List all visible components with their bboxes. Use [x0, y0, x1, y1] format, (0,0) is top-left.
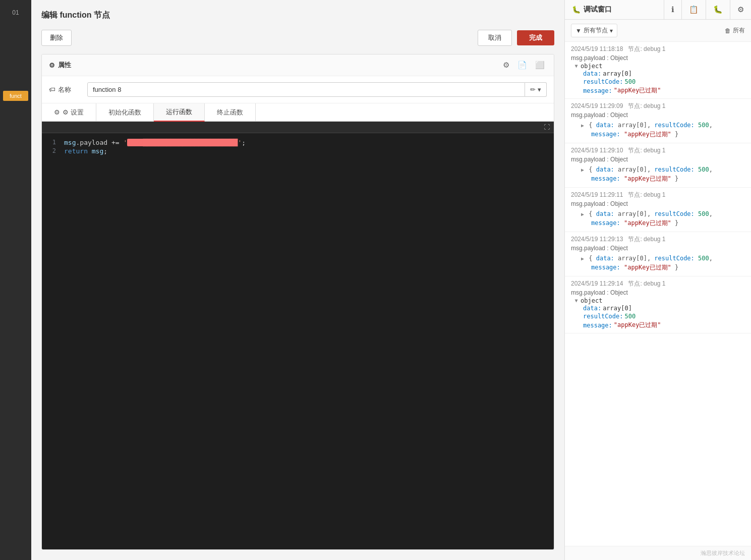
properties-section: ⚙ 属性 ⚙ 📄 ⬜ 🏷 名称 ✏	[41, 54, 554, 550]
debug-payload-3: msg.payload : Object	[571, 156, 745, 163]
debug-title: 🐛 调试窗口	[565, 0, 619, 19]
debug-entry-4: 2024/5/19 11:29:11 节点: debug 1 msg.paylo…	[565, 188, 751, 232]
tree-row-6-2: resultCode: 500	[575, 312, 745, 320]
editor-title: 编辑 function 节点	[41, 10, 110, 21]
debug-payload-1: msg.payload : Object	[571, 54, 745, 62]
code-editor-wrapper: ⛶ 1 msg.payload += '8796████████████████…	[42, 122, 554, 549]
bug-icon: 🐛	[572, 6, 581, 14]
expand-arrow-6: ▶	[574, 299, 580, 302]
editor-panel: 编辑 function 节点 删除 取消 完成 ⚙ 属性 ⚙ 📄 ⬜	[31, 0, 564, 560]
debug-entry-6: 2024/5/19 11:29:14 节点: debug 1 msg.paylo…	[565, 276, 751, 333]
debug-payload-6: msg.payload : Object	[571, 289, 745, 296]
tree-row-6-3: message: "appKey已过期"	[575, 320, 745, 330]
debug-active-icon-btn[interactable]: 🐛	[706, 0, 730, 19]
code-line-2: 2 return msg;	[42, 147, 554, 155]
expand-arrow-1: ▶	[574, 65, 580, 68]
info-icon-btn[interactable]: ℹ	[664, 0, 681, 19]
debug-timestamp-1: 2024/5/19 11:18:18 节点: debug 1	[571, 45, 745, 53]
properties-title: ⚙ 属性	[49, 61, 71, 70]
expand-arrow-5: ▶	[581, 256, 584, 261]
debug-entry-5: 2024/5/19 11:29:13 节点: debug 1 msg.paylo…	[565, 232, 751, 276]
debug-timestamp-5: 2024/5/19 11:29:13 节点: debug 1	[571, 235, 745, 244]
debug-collapsed-5[interactable]: ▶ { data: array[0], resultCode: 500, mes…	[571, 253, 745, 273]
debug-entry-3: 2024/5/19 11:29:10 节点: debug 1 msg.paylo…	[565, 143, 751, 188]
tree-expand-1[interactable]: ▶ object	[575, 63, 745, 70]
properties-header: ⚙ 属性 ⚙ 📄 ⬜	[42, 54, 554, 76]
debug-tree-1: ▶ object data: array[0] resultCode: 500 …	[571, 63, 745, 95]
debug-collapsed-4[interactable]: ▶ { data: array[0], resultCode: 500, mes…	[571, 208, 745, 229]
code-area[interactable]: 1 msg.payload += '8796██████████████████…	[42, 133, 554, 549]
name-input-icon-btn[interactable]: ✏ ▾	[525, 82, 547, 97]
debug-payload-2: msg.payload : Object	[571, 111, 745, 119]
debug-timestamp-4: 2024/5/19 11:29:11 节点: debug 1	[571, 191, 745, 199]
filter-select[interactable]: ▼ 所有节点 ▾	[571, 24, 617, 37]
name-label: 🏷 名称	[49, 85, 79, 94]
sidebar-number: 01	[12, 5, 19, 20]
chevron-down-icon: ▾	[538, 86, 541, 93]
expand-arrow-4: ▶	[581, 211, 584, 217]
sidebar-node: funct	[3, 91, 28, 101]
line-content-1: msg.payload += '8796████████████████████…	[64, 139, 554, 146]
cancel-button[interactable]: 取消	[478, 30, 512, 46]
trash-icon: 🗑	[725, 27, 731, 34]
line-num-1: 1	[42, 139, 64, 146]
code-line-1: 1 msg.payload += '8796██████████████████…	[42, 138, 554, 147]
name-input[interactable]	[87, 82, 525, 97]
filter-icon: ▼	[575, 27, 582, 34]
debug-timestamp-3: 2024/5/19 11:29:10 节点: debug 1	[571, 146, 745, 155]
clear-button[interactable]: 🗑 所有	[725, 26, 745, 35]
debug-collapsed-3[interactable]: ▶ { data: array[0], resultCode: 500, mes…	[571, 164, 745, 184]
debug-header: 🐛 调试窗口 ℹ 📋 🐛 ⚙	[565, 0, 751, 20]
edit-icon: ✏	[530, 86, 536, 93]
name-input-wrapper: ✏ ▾	[87, 82, 547, 97]
sidebar: 01 funct	[0, 0, 31, 560]
debug-messages[interactable]: 2024/5/19 11:18:18 节点: debug 1 msg.paylo…	[565, 42, 751, 546]
tree-row-1-1: data: array[0]	[575, 70, 745, 78]
debug-collapsed-2[interactable]: ▶ { data: array[0], resultCode: 500, mes…	[571, 120, 745, 140]
main-area: 编辑 function 节点 删除 取消 完成 ⚙ 属性 ⚙ 📄 ⬜	[31, 0, 564, 560]
tabs-row: ⚙ ⚙ 设置 初始化函数 运行函数 终止函数	[42, 103, 554, 122]
tag-icon: 🏷	[49, 86, 55, 93]
debug-timestamp-2: 2024/5/19 11:29:09 节点: debug 1	[571, 102, 745, 110]
debug-entry-2: 2024/5/19 11:29:09 节点: debug 1 msg.paylo…	[565, 99, 751, 143]
copy-icon-btn[interactable]: 📋	[681, 0, 706, 19]
export-icon-btn[interactable]: ⬜	[533, 60, 547, 71]
line-num-2: 2	[42, 147, 64, 154]
expand-code-btn[interactable]: ⛶	[544, 124, 550, 131]
done-button[interactable]: 完成	[517, 30, 554, 45]
tab-run[interactable]: 运行函数	[154, 103, 205, 122]
chevron-icon: ▾	[610, 27, 613, 34]
debug-panel: 🐛 调试窗口 ℹ 📋 🐛 ⚙ ▼ 所有节点 ▾ 🗑 所有 2024/5/19 1…	[564, 0, 751, 560]
tree-row-1-2: resultCode: 500	[575, 78, 745, 86]
gear-icon: ⚙	[49, 62, 55, 69]
code-area-header: ⛶	[42, 122, 554, 133]
tab-stop[interactable]: 终止函数	[205, 103, 256, 121]
settings-icon-btn[interactable]: ⚙	[501, 60, 511, 71]
expand-arrow-3: ▶	[581, 167, 584, 173]
debug-timestamp-6: 2024/5/19 11:29:14 节点: debug 1	[571, 279, 745, 288]
line-content-2: return msg;	[64, 147, 554, 155]
debug-tree-6: ▶ object data: array[0] resultCode: 500 …	[571, 297, 745, 330]
debug-filter-row: ▼ 所有节点 ▾ 🗑 所有	[565, 20, 751, 42]
toolbar-right: 取消 完成	[478, 30, 554, 46]
debug-footer: 瀚思彼岸技术论坛	[565, 546, 751, 560]
tab-settings[interactable]: ⚙ ⚙ 设置	[42, 103, 96, 121]
editor-header: 编辑 function 节点	[41, 10, 554, 21]
debug-payload-4: msg.payload : Object	[571, 200, 745, 207]
expand-arrow-2: ▶	[581, 123, 584, 128]
editor-toolbar: 删除 取消 完成	[41, 30, 554, 46]
debug-payload-5: msg.payload : Object	[571, 245, 745, 252]
debug-entry-1: 2024/5/19 11:18:18 节点: debug 1 msg.paylo…	[565, 42, 751, 99]
properties-icons: ⚙ 📄 ⬜	[501, 60, 547, 71]
gear-icon-tab: ⚙	[54, 108, 60, 116]
tree-row-1-3: message: "appKey已过期"	[575, 86, 745, 95]
tab-init[interactable]: 初始化函数	[96, 103, 154, 121]
tree-row-6-1: data: array[0]	[575, 304, 745, 312]
name-row: 🏷 名称 ✏ ▾	[42, 76, 554, 103]
document-icon-btn[interactable]: 📄	[515, 60, 529, 71]
tree-expand-6[interactable]: ▶ object	[575, 297, 745, 304]
debug-header-icons: ℹ 📋 🐛 ⚙	[664, 0, 751, 19]
delete-button[interactable]: 删除	[41, 30, 72, 46]
settings-debug-icon-btn[interactable]: ⚙	[730, 0, 751, 19]
